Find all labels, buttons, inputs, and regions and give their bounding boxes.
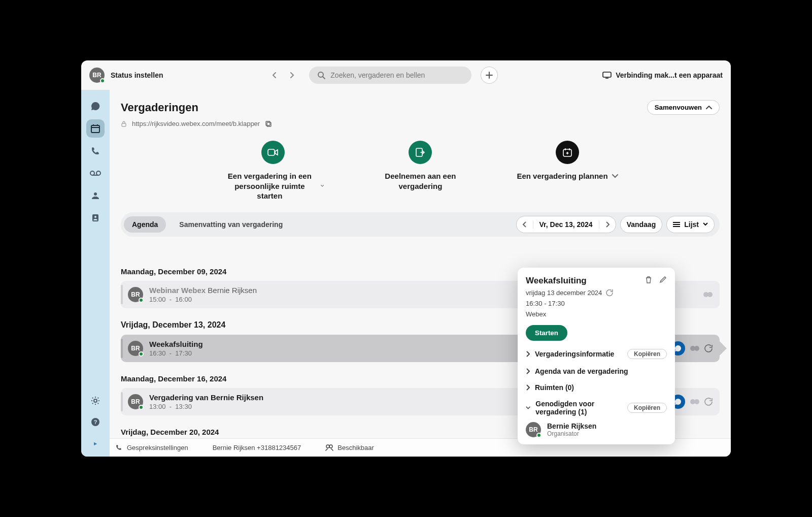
svg-point-13 <box>94 216 96 218</box>
chevron-down-icon[interactable] <box>612 174 618 178</box>
plus-icon <box>486 72 493 79</box>
svg-point-36 <box>326 445 329 448</box>
svg-point-8 <box>90 171 94 175</box>
section-invitees[interactable]: Genodigden voor vergadering (1) Kopiëren <box>526 400 667 416</box>
svg-rect-17 <box>122 123 126 126</box>
refresh-icon[interactable] <box>704 398 713 406</box>
svg-point-29 <box>707 292 713 297</box>
voicemail-icon <box>90 170 101 176</box>
action-join-meeting[interactable]: Deelnemen aan een vergadering <box>369 141 471 201</box>
popover-date: vrijdag 13 december 2024 <box>526 289 602 297</box>
search-bar[interactable] <box>309 67 471 84</box>
sidebar-item-app[interactable]: ▶ <box>86 434 105 453</box>
avatar-initials: BR <box>92 72 101 79</box>
sidebar-item-chat[interactable] <box>86 97 105 115</box>
titlebar: BR Status instellen Verbinding mak...t e… <box>81 60 731 90</box>
chevron-down-icon <box>703 222 708 226</box>
sidebar-item-calls[interactable] <box>86 142 105 160</box>
call-settings-label: Gespreksinstellingen <box>127 444 188 451</box>
copy-button[interactable]: Kopiëren <box>627 403 667 413</box>
contacts-icon <box>91 213 100 222</box>
section-label: Ruimten (0) <box>535 383 574 392</box>
selected-arrow <box>720 341 727 356</box>
sidebar-item-voicemail[interactable] <box>86 164 105 182</box>
tab-agenda[interactable]: Agenda <box>124 216 166 233</box>
sidebar-item-teams[interactable] <box>86 186 105 205</box>
svg-point-11 <box>94 192 97 196</box>
calendar-icon <box>90 123 100 134</box>
sidebar-bottom: ? ▶ <box>86 392 105 457</box>
date-navigator: Vr, Dec 13, 2024 <box>516 216 616 233</box>
app-window: BR Status instellen Verbinding mak...t e… <box>81 60 731 457</box>
video-icon <box>261 141 285 164</box>
sidebar-item-contacts[interactable] <box>86 209 105 227</box>
collapse-label: Samenvouwen <box>655 104 702 111</box>
tab-summary[interactable]: Samenvatting van vergadering <box>171 216 291 233</box>
svg-line-1 <box>323 77 325 79</box>
collapse-button[interactable]: Samenvouwen <box>647 100 720 115</box>
availability-button[interactable]: Beschikbaar <box>325 444 374 451</box>
today-label: Vandaag <box>621 220 662 229</box>
refresh-icon[interactable] <box>704 344 713 352</box>
sidebar: ? ▶ <box>81 90 110 457</box>
edit-icon[interactable] <box>659 276 667 283</box>
date-prev-button[interactable] <box>517 221 533 228</box>
chevron-right-icon <box>526 351 530 357</box>
start-meeting-button[interactable]: Starten <box>526 325 567 341</box>
schedule-icon <box>556 141 579 164</box>
action-start-meeting[interactable]: Een vergadering in een persoonlijke ruim… <box>222 141 324 201</box>
section-rooms[interactable]: Ruimten (0) <box>526 383 667 392</box>
meeting-title: Webinar Webex <box>149 286 206 295</box>
today-button[interactable]: Vandaag <box>620 216 663 233</box>
search-input[interactable] <box>330 71 463 79</box>
nav-back-button[interactable] <box>267 68 282 82</box>
lock-icon <box>121 121 127 127</box>
current-date[interactable]: Vr, Dec 13, 2024 <box>533 220 599 229</box>
section-label: Genodigden voor vergadering (1) <box>535 400 622 416</box>
section-agenda[interactable]: Agenda van de vergadering <box>526 367 667 375</box>
svg-rect-20 <box>268 149 275 155</box>
identity-label: Bernie Rijksen +31881234567 <box>213 444 301 451</box>
copy-button[interactable]: Kopiëren <box>627 349 667 359</box>
connect-device-label: Verbinding mak...t een apparaat <box>616 71 723 79</box>
section-meeting-info[interactable]: Vergaderingsinformatie Kopiëren <box>526 349 667 359</box>
svg-rect-2 <box>603 72 611 77</box>
svg-text:?: ? <box>94 419 97 425</box>
join-icon <box>409 141 432 164</box>
svg-rect-19 <box>266 121 270 125</box>
user-avatar[interactable]: BR <box>89 68 105 83</box>
svg-point-31 <box>694 346 699 351</box>
recurring-icon <box>606 289 613 297</box>
meeting-details-popover: Weekafsluiting vrijdag 13 december 2024 … <box>518 268 675 444</box>
personal-room-url[interactable]: https://rijksvideo.webex.com/meet/b.klap… <box>132 120 260 127</box>
chevron-down-icon <box>526 406 530 410</box>
section-label: Vergaderingsinformatie <box>535 350 614 358</box>
sidebar-item-help[interactable]: ? <box>86 413 105 431</box>
meeting-organizer: Bernie Rijksen <box>208 286 257 295</box>
svg-point-37 <box>329 445 332 448</box>
copy-icon[interactable] <box>265 120 272 127</box>
call-settings-button[interactable]: Gespreksinstellingen <box>116 444 188 451</box>
list-icon <box>673 221 680 228</box>
action-join-label: Deelnemen aan een vergadering <box>369 171 471 191</box>
status-text[interactable]: Status instellen <box>111 71 163 79</box>
webex-icon <box>703 292 713 298</box>
meeting-title: Weekafsluiting <box>149 340 203 348</box>
date-next-button[interactable] <box>599 221 616 228</box>
sidebar-item-meetings[interactable] <box>86 119 105 138</box>
webex-icon <box>690 345 699 351</box>
delete-icon[interactable] <box>645 276 652 284</box>
connect-device-button[interactable]: Verbinding mak...t een apparaat <box>602 71 723 79</box>
chevron-right-icon <box>526 368 530 374</box>
availability-label: Beschikbaar <box>337 444 374 451</box>
nav-forward-button[interactable] <box>285 68 299 82</box>
action-schedule-meeting[interactable]: Een vergadering plannen <box>517 141 618 201</box>
add-button[interactable] <box>481 67 498 84</box>
view-switcher[interactable]: Lijst <box>666 216 715 233</box>
chevron-down-icon[interactable] <box>321 184 324 188</box>
attendee-role: Organisator <box>547 430 596 437</box>
popover-title: Weekafsluiting <box>526 276 587 286</box>
phone-settings-icon <box>116 444 123 451</box>
attendee-row[interactable]: BR Bernie Rijksen Organisator <box>526 422 667 437</box>
sidebar-item-settings[interactable] <box>86 392 105 410</box>
